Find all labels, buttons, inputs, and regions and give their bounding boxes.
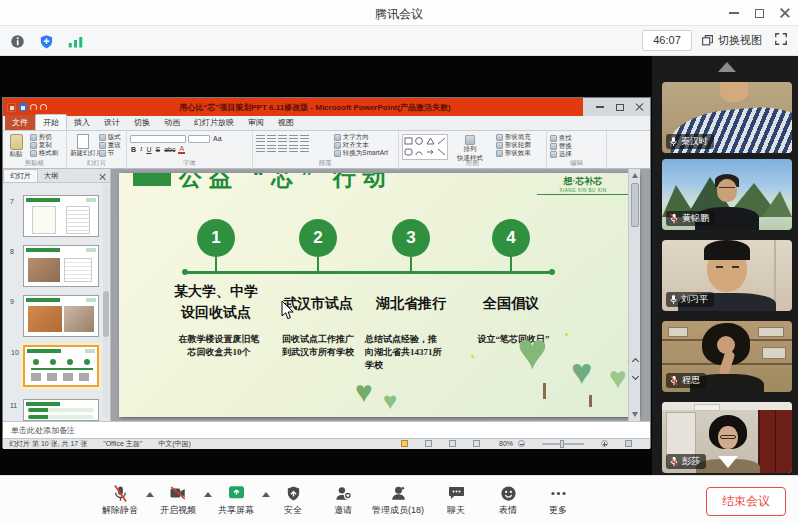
text-direction-button[interactable]: 文字方向 — [334, 133, 395, 141]
slideshow-view-button[interactable] — [473, 440, 480, 447]
shape-effects-button[interactable]: 形状效果 — [496, 149, 543, 157]
align-right-icon[interactable] — [278, 145, 287, 152]
new-slide-button[interactable]: 新建幻灯片 — [70, 133, 96, 156]
manage-members-button[interactable]: 管理成员(18) — [366, 483, 430, 517]
redo-icon[interactable] — [40, 104, 47, 111]
share-options-caret[interactable] — [262, 492, 270, 497]
participant-tile-3[interactable]: 刘习平 — [662, 240, 792, 311]
outline-tab[interactable]: 大纲 — [38, 170, 64, 182]
thumbnail-slide-8[interactable]: 8 — [23, 245, 99, 287]
decrease-indent-icon[interactable] — [278, 135, 287, 142]
mute-options-caret[interactable] — [146, 492, 154, 497]
columns-icon[interactable] — [300, 145, 309, 152]
network-signal-icon[interactable] — [68, 35, 83, 48]
video-button[interactable]: 开启视频 — [154, 483, 202, 517]
panel-close-icon[interactable] — [99, 173, 106, 180]
fit-to-window-button[interactable] — [625, 440, 632, 447]
shapes-gallery[interactable] — [402, 134, 448, 160]
slide-sorter-view-button[interactable] — [425, 440, 432, 447]
slide[interactable]: 公益 “芯” 行动 想·芯补芯 XIANG XIN BU XIN 1 2 3 4 — [119, 173, 639, 417]
replace-button[interactable]: 替换 — [550, 142, 603, 150]
font-name-select[interactable] — [130, 135, 186, 143]
fullscreen-button[interactable] — [774, 32, 788, 50]
notes-placeholder[interactable]: 单击此处添加备注 — [3, 421, 650, 438]
participant-tile-4[interactable]: 程思 — [662, 321, 792, 392]
thumbnail-slide-9[interactable]: 9 — [23, 295, 99, 337]
end-meeting-button[interactable]: 结束会议 — [706, 487, 786, 516]
vertical-scrollbar[interactable] — [628, 169, 640, 421]
previous-slide-icon[interactable] — [631, 358, 638, 365]
increase-indent-icon[interactable] — [289, 135, 298, 142]
undo-icon[interactable] — [30, 104, 37, 111]
bullets-icon[interactable] — [256, 135, 265, 142]
bold-button[interactable]: B — [130, 145, 137, 154]
tab-view[interactable]: 视图 — [271, 115, 301, 130]
ppt-close-icon[interactable] — [636, 103, 644, 111]
more-button[interactable]: 更多 — [538, 483, 578, 517]
close-icon[interactable] — [780, 8, 790, 18]
meeting-info-icon[interactable] — [10, 34, 25, 49]
justify-icon[interactable] — [289, 145, 298, 152]
copy-button[interactable]: 复制 — [30, 141, 63, 149]
numbering-icon[interactable] — [267, 135, 276, 142]
select-button[interactable]: 选择 — [550, 150, 603, 158]
scroll-up-icon[interactable] — [632, 173, 638, 178]
zoom-in-button[interactable] — [601, 440, 608, 447]
line-spacing-icon[interactable] — [300, 135, 309, 142]
tab-animations[interactable]: 动画 — [157, 115, 187, 130]
underline-button[interactable]: U — [145, 145, 152, 154]
arrange-button[interactable]: 排列 快速样式 — [448, 133, 492, 162]
format-painter-button[interactable]: 格式刷 — [30, 149, 63, 157]
scroll-down-arrow[interactable] — [718, 456, 738, 468]
slides-tab[interactable]: 幻灯片 — [3, 169, 38, 182]
thumbnail-slide-10-selected[interactable]: 10 — [23, 345, 99, 387]
shape-outline-button[interactable]: 形状轮廓 — [496, 141, 543, 149]
clear-formatting-button[interactable]: abc — [163, 145, 176, 154]
shape-fill-button[interactable]: 形状填充 — [496, 133, 543, 141]
language-status[interactable]: 中文(中国) — [158, 440, 191, 447]
cut-button[interactable]: 剪切 — [30, 133, 63, 141]
ppt-minimize-icon[interactable] — [596, 106, 604, 108]
tab-slideshow[interactable]: 幻灯片放映 — [187, 115, 241, 130]
security-shield-icon[interactable] — [39, 34, 54, 49]
save-icon[interactable] — [19, 103, 27, 111]
powerpoint-logo-icon[interactable] — [7, 103, 16, 112]
align-center-icon[interactable] — [267, 145, 276, 152]
zoom-out-button[interactable] — [518, 440, 525, 447]
normal-view-button[interactable] — [401, 440, 408, 447]
strikethrough-button[interactable]: S — [154, 145, 161, 154]
mute-button[interactable]: 解除静音 — [96, 483, 144, 517]
tab-review[interactable]: 审阅 — [241, 115, 271, 130]
zoom-slider-thumb[interactable] — [560, 440, 564, 448]
italic-button[interactable]: I — [139, 145, 143, 154]
thumbnail-slide-7[interactable]: 7 — [23, 195, 99, 237]
paste-button[interactable]: 粘贴 — [6, 133, 26, 158]
font-color-button[interactable]: A — [178, 145, 185, 154]
ppt-restore-icon[interactable] — [616, 104, 624, 111]
switch-view-button[interactable]: 切换视图 — [701, 30, 762, 51]
video-options-caret[interactable] — [204, 492, 212, 497]
tab-design[interactable]: 设计 — [97, 115, 127, 130]
maximize-icon[interactable] — [755, 9, 764, 18]
next-slide-icon[interactable] — [631, 373, 638, 380]
chat-button[interactable]: 聊天 — [436, 483, 476, 517]
layout-button[interactable]: 版式 — [99, 133, 123, 141]
tab-transitions[interactable]: 切换 — [127, 115, 157, 130]
security-button[interactable]: 安全 — [272, 483, 314, 517]
scroll-up-arrow[interactable] — [718, 62, 736, 72]
scroll-down-icon[interactable] — [632, 412, 638, 417]
share-screen-button[interactable]: 共享屏幕 — [212, 483, 260, 517]
convert-smartart-button[interactable]: 转换为SmartArt — [334, 149, 395, 157]
zoom-slider[interactable] — [542, 443, 584, 445]
font-size-select[interactable] — [188, 135, 210, 143]
participant-tile-1[interactable]: 秦汉时 — [662, 82, 792, 153]
tab-home[interactable]: 开始 — [35, 114, 67, 130]
panel-scrollbar-thumb[interactable] — [103, 291, 109, 337]
reset-button[interactable]: 重设 — [99, 141, 123, 149]
find-button[interactable]: 查找 — [550, 134, 603, 142]
grow-font-button[interactable]: Aa — [212, 134, 223, 143]
scrollbar-thumb[interactable] — [631, 183, 639, 227]
reading-view-button[interactable] — [449, 440, 456, 447]
participant-tile-2[interactable]: 黄锦鹏 — [662, 159, 792, 230]
align-text-button[interactable]: 对齐文本 — [334, 141, 395, 149]
